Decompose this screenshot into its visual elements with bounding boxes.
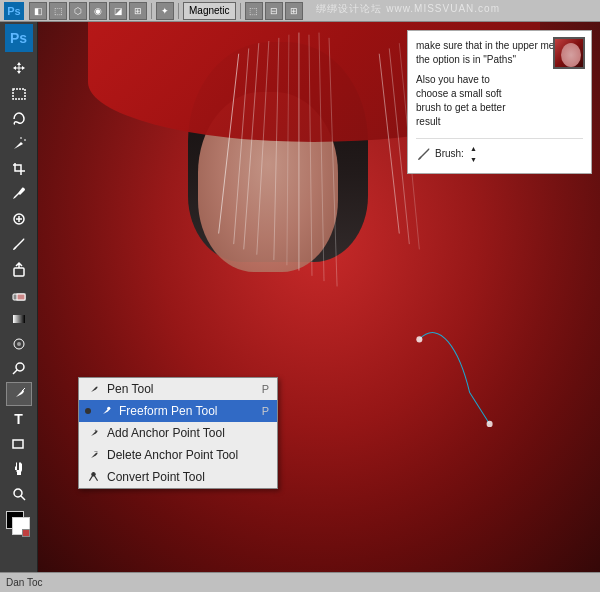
svg-line-16	[21, 496, 25, 500]
sep-1	[151, 3, 152, 19]
gradient-tool[interactable]	[6, 307, 32, 331]
svg-line-21	[274, 38, 279, 260]
canvas-content: make sure that in the upper menu the opt…	[38, 22, 600, 572]
svg-rect-14	[13, 440, 23, 448]
magnetic-button[interactable]: Magnetic	[183, 2, 236, 20]
toolbar-icon-5[interactable]: ◪	[109, 2, 127, 20]
svg-point-32	[107, 406, 110, 409]
brush-tool[interactable]	[6, 232, 32, 256]
freeform-pen-tool-icon	[97, 403, 113, 419]
context-menu-item-add-anchor[interactable]: + Add Anchor Point Tool	[79, 422, 277, 444]
marquee-tool[interactable]	[6, 82, 32, 106]
svg-line-19	[244, 43, 259, 249]
toolbar-icon-1[interactable]: ◧	[29, 2, 47, 20]
eraser-tool[interactable]	[6, 282, 32, 306]
svg-line-22	[287, 35, 289, 266]
canvas-preview-box	[553, 37, 585, 69]
svg-text:−: −	[94, 449, 98, 455]
svg-point-31	[487, 421, 493, 427]
toolbar-icon-2[interactable]: ⬚	[49, 2, 67, 20]
zoom-tool[interactable]	[6, 482, 32, 506]
left-toolbar: Ps	[0, 22, 38, 572]
svg-rect-9	[13, 315, 25, 323]
type-tool[interactable]: T	[6, 407, 32, 431]
convert-point-label: Convert Point Tool	[107, 470, 269, 484]
sep-2	[178, 3, 179, 19]
ps-logo: Ps	[4, 2, 24, 20]
crop-tool[interactable]	[6, 157, 32, 181]
hand-tool[interactable]	[6, 457, 32, 481]
svg-point-30	[416, 336, 422, 342]
toolbar-icon-3[interactable]: ⬡	[69, 2, 87, 20]
svg-line-17	[219, 54, 239, 234]
delete-anchor-label: Delete Anchor Point Tool	[107, 448, 269, 462]
toolbar-icon-4[interactable]: ◉	[89, 2, 107, 20]
context-menu: Pen Tool P Freeform Pen Tool P + Add Anc…	[78, 377, 278, 489]
feather-icon[interactable]: ✦	[156, 2, 174, 20]
toolbar-icon-9[interactable]: ⊞	[285, 2, 303, 20]
color-swatch[interactable]	[6, 511, 32, 537]
pen-tool-shortcut: P	[262, 383, 269, 395]
app-container: Ps	[0, 22, 600, 592]
shape-tool[interactable]	[6, 432, 32, 456]
heal-tool[interactable]	[6, 207, 32, 231]
freeform-pen-label: Freeform Pen Tool	[119, 404, 256, 418]
svg-point-35	[91, 472, 94, 475]
svg-rect-6	[14, 268, 24, 276]
toolbar-icon-8[interactable]: ⊟	[265, 2, 283, 20]
brush-label: Brush:	[435, 147, 464, 161]
sep-3	[240, 3, 241, 19]
eyedropper-tool[interactable]	[6, 182, 32, 206]
pen-tool-label: Pen Tool	[107, 382, 256, 396]
toolbar-icon-7[interactable]: ⬚	[245, 2, 263, 20]
svg-rect-0	[13, 89, 25, 99]
instruction-box: make sure that in the upper menu the opt…	[407, 30, 592, 174]
freeform-pen-shortcut: P	[262, 405, 269, 417]
svg-point-15	[14, 489, 22, 497]
instruction-text-2: Also you have to choose a small soft bru…	[416, 73, 583, 129]
brush-tool-icon	[416, 146, 432, 162]
status-text: Dan Toc	[6, 577, 43, 588]
context-menu-item-delete-anchor[interactable]: − Delete Anchor Point Tool	[79, 444, 277, 466]
top-menubar: Ps ◧ ⬚ ⬡ ◉ ◪ ⊞ ✦ Magnetic ⬚ ⊟ ⊞ 绑绑设计论坛 w…	[0, 0, 600, 22]
delete-anchor-icon: −	[85, 447, 101, 463]
svg-rect-8	[17, 294, 25, 300]
svg-point-11	[17, 342, 21, 346]
svg-line-13	[13, 370, 17, 374]
add-anchor-icon: +	[85, 425, 101, 441]
pen-tool[interactable]	[6, 382, 32, 406]
context-menu-item-freeform[interactable]: Freeform Pen Tool P	[79, 400, 277, 422]
lasso-tool[interactable]	[6, 107, 32, 131]
status-bar: Dan Toc	[0, 572, 600, 592]
main-area: Ps	[0, 22, 600, 572]
ps-app-logo: Ps	[5, 24, 33, 52]
svg-line-26	[329, 38, 337, 287]
context-menu-item-convert[interactable]: Convert Point Tool	[79, 466, 277, 488]
dodge-tool[interactable]	[6, 357, 32, 381]
magic-wand-tool[interactable]	[6, 132, 32, 156]
blur-tool[interactable]	[6, 332, 32, 356]
brush-size-spinner[interactable]: ▲ ▼	[470, 144, 477, 165]
svg-text:+: +	[94, 427, 97, 432]
convert-point-icon	[85, 469, 101, 485]
add-anchor-label: Add Anchor Point Tool	[107, 426, 269, 440]
brush-row: Brush: ▲ ▼	[416, 138, 583, 165]
svg-line-20	[257, 41, 269, 255]
svg-line-27	[379, 54, 399, 234]
toolbar-icon-6[interactable]: ⊞	[129, 2, 147, 20]
svg-point-12	[16, 363, 24, 371]
active-indicator	[85, 408, 91, 414]
svg-line-24	[309, 35, 312, 276]
svg-line-25	[319, 33, 324, 282]
move-tool[interactable]	[6, 57, 32, 81]
canvas-area: ps tutorial2.psd @ 124% (Layer 2, RGB/8)…	[38, 22, 600, 572]
clone-stamp-tool[interactable]	[6, 257, 32, 281]
brush-size-down[interactable]: ▼	[470, 155, 477, 165]
brush-size-up[interactable]: ▲	[470, 144, 477, 154]
context-menu-item-pen-tool[interactable]: Pen Tool P	[79, 378, 277, 400]
watermark: 绑绑设计论坛 www.MISSVUAN.com	[316, 2, 500, 16]
pen-tool-icon	[85, 381, 101, 397]
